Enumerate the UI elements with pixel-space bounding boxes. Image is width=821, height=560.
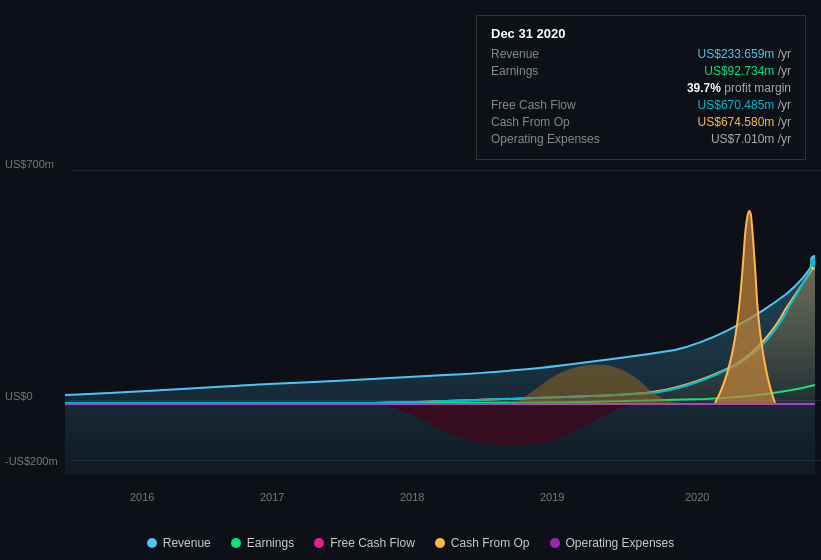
legend-dot-fcf <box>314 538 324 548</box>
y-label-top: US$700m <box>5 158 54 170</box>
tooltip-value-opex: US$7.010m /yr <box>711 132 791 146</box>
legend-label-revenue: Revenue <box>163 536 211 550</box>
x-label-2020: 2020 <box>685 491 709 503</box>
chart-legend: Revenue Earnings Free Cash Flow Cash Fro… <box>0 536 821 550</box>
y-label-mid: US$0 <box>5 390 33 402</box>
tooltip-label-earnings: Earnings <box>491 64 611 78</box>
tooltip-title: Dec 31 2020 <box>491 26 791 41</box>
legend-item-fcf[interactable]: Free Cash Flow <box>314 536 415 550</box>
tooltip-value-revenue: US$233.659m /yr <box>698 47 791 61</box>
legend-label-cashfromop: Cash From Op <box>451 536 530 550</box>
tooltip-row-revenue: Revenue US$233.659m /yr <box>491 47 791 61</box>
x-label-2016: 2016 <box>130 491 154 503</box>
tooltip-value-profit-margin: 39.7% profit margin <box>687 81 791 95</box>
legend-item-revenue[interactable]: Revenue <box>147 536 211 550</box>
data-tooltip: Dec 31 2020 Revenue US$233.659m /yr Earn… <box>476 15 806 160</box>
legend-dot-revenue <box>147 538 157 548</box>
legend-item-opex[interactable]: Operating Expenses <box>550 536 675 550</box>
legend-label-opex: Operating Expenses <box>566 536 675 550</box>
tooltip-row-opex: Operating Expenses US$7.010m /yr <box>491 132 791 146</box>
tooltip-label-revenue: Revenue <box>491 47 611 61</box>
legend-item-cashfromop[interactable]: Cash From Op <box>435 536 530 550</box>
x-label-2017: 2017 <box>260 491 284 503</box>
legend-dot-cashfromop <box>435 538 445 548</box>
tooltip-value-earnings: US$92.734m /yr <box>704 64 791 78</box>
main-chart <box>65 155 815 475</box>
tooltip-label-cashfromop: Cash From Op <box>491 115 611 129</box>
legend-item-earnings[interactable]: Earnings <box>231 536 294 550</box>
tooltip-value-cashfromop: US$674.580m /yr <box>698 115 791 129</box>
tooltip-row-cashfromop: Cash From Op US$674.580m /yr <box>491 115 791 129</box>
tooltip-label-opex: Operating Expenses <box>491 132 611 146</box>
legend-dot-earnings <box>231 538 241 548</box>
tooltip-row-fcf: Free Cash Flow US$670.485m /yr <box>491 98 791 112</box>
tooltip-row-profit-margin: 39.7% profit margin <box>491 81 791 95</box>
tooltip-row-earnings: Earnings US$92.734m /yr <box>491 64 791 78</box>
tooltip-label-fcf: Free Cash Flow <box>491 98 611 112</box>
y-label-bottom: -US$200m <box>5 455 58 467</box>
legend-label-fcf: Free Cash Flow <box>330 536 415 550</box>
tooltip-value-fcf: US$670.485m /yr <box>698 98 791 112</box>
legend-label-earnings: Earnings <box>247 536 294 550</box>
revenue-area <box>65 260 815 475</box>
x-label-2019: 2019 <box>540 491 564 503</box>
x-label-2018: 2018 <box>400 491 424 503</box>
legend-dot-opex <box>550 538 560 548</box>
